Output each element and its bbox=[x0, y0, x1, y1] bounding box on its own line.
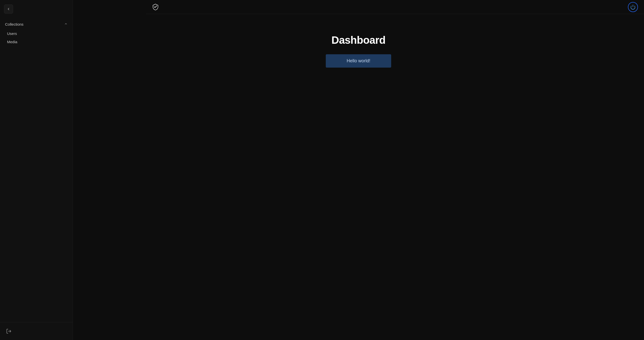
brand-logo bbox=[152, 4, 159, 11]
sidebar-item-users[interactable]: Users bbox=[5, 29, 70, 38]
nav-items-list: Users Media bbox=[3, 28, 70, 47]
content-area: Dashboard Hello world! bbox=[73, 14, 644, 340]
sidebar: Collections Users Media bbox=[0, 0, 73, 340]
chevron-up-icon bbox=[64, 22, 68, 26]
main-wrapper: Dashboard Hello world! bbox=[73, 0, 644, 340]
main-content: Dashboard Hello world! bbox=[73, 0, 644, 340]
sidebar-footer bbox=[0, 322, 73, 340]
sidebar-nav: Collections Users Media bbox=[0, 18, 73, 322]
sidebar-header bbox=[0, 0, 73, 18]
hello-world-badge: Hello world! bbox=[326, 54, 391, 68]
collections-section: Collections Users Media bbox=[0, 20, 73, 47]
power-icon bbox=[630, 4, 636, 10]
collections-label: Collections bbox=[5, 22, 23, 26]
sidebar-item-users-label: Users bbox=[7, 31, 17, 36]
page-title: Dashboard bbox=[332, 34, 386, 46]
sidebar-item-media[interactable]: Media bbox=[5, 38, 70, 46]
collections-header[interactable]: Collections bbox=[3, 20, 70, 28]
logout-button[interactable] bbox=[4, 326, 69, 336]
sidebar-item-media-label: Media bbox=[7, 40, 17, 44]
topbar bbox=[146, 0, 644, 14]
brand-icon bbox=[152, 4, 159, 11]
power-button[interactable] bbox=[628, 2, 638, 12]
collapse-sidebar-button[interactable] bbox=[4, 5, 13, 14]
